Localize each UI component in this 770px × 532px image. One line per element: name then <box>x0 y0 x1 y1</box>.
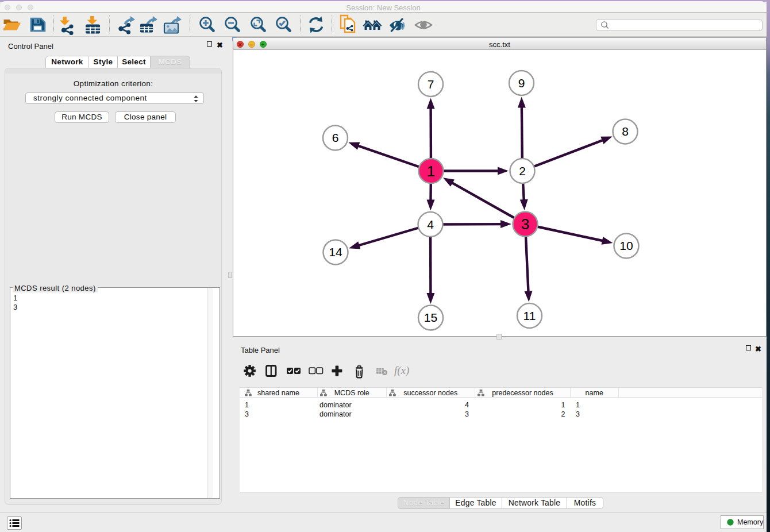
svg-text:8: 8 <box>622 125 629 138</box>
svg-text:2: 2 <box>519 164 526 177</box>
svg-text:1: 1 <box>427 162 435 179</box>
svg-text:10: 10 <box>619 239 633 252</box>
svg-text:14: 14 <box>329 245 342 259</box>
svg-text:4: 4 <box>427 217 434 230</box>
svg-text:9: 9 <box>518 76 525 89</box>
svg-text:6: 6 <box>332 131 339 144</box>
svg-text:11: 11 <box>523 309 536 322</box>
svg-text:3: 3 <box>521 215 529 233</box>
svg-text:7: 7 <box>428 77 434 90</box>
svg-text:15: 15 <box>424 311 437 324</box>
